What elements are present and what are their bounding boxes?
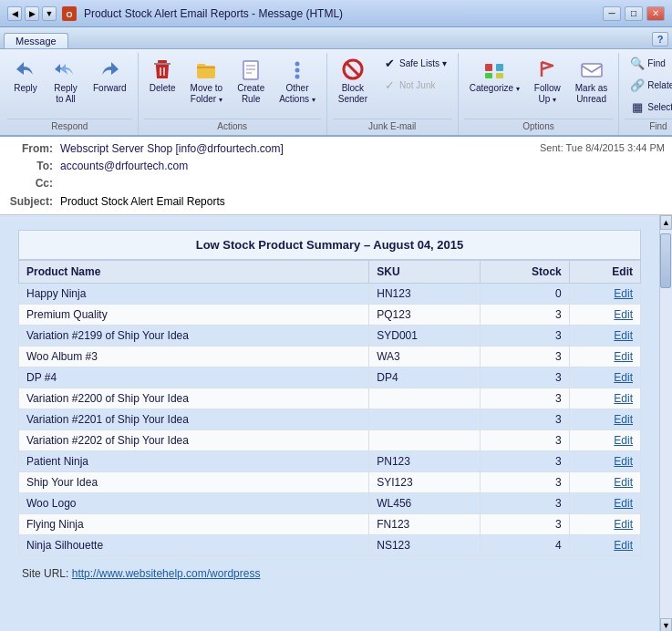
categorize-button[interactable]: Categorize ▾ [464,53,525,98]
edit-link[interactable]: Edit [614,413,633,426]
table-row: Variation #2199 of Ship Your Idea SYD001… [19,325,641,346]
cell-edit[interactable]: Edit [569,346,640,367]
window-forward-btn[interactable]: ▶ [25,6,39,21]
reply-all-button[interactable]: Replyto All [47,53,84,109]
reply-button[interactable]: Reply [7,53,44,98]
scrollbar[interactable]: ▲ ▼ [659,215,672,631]
forward-icon [97,57,122,82]
scrollbar-thumb[interactable] [660,233,671,288]
maximize-btn[interactable]: □ [625,6,643,21]
cell-product: Flying Ninja [19,513,369,534]
minimize-btn[interactable]: ─ [603,6,621,21]
svg-rect-17 [485,73,492,78]
delete-icon [150,57,175,82]
respond-label: Respond [7,119,132,131]
edit-link[interactable]: Edit [614,476,633,489]
cell-stock: 3 [480,325,569,346]
reply-label: Reply [14,83,37,94]
svg-point-10 [295,62,299,67]
cell-product: Variation #2202 of Ship Your Idea [19,429,369,450]
find-button[interactable]: 🔍 Find [625,53,672,73]
reply-icon [13,57,38,82]
cell-edit[interactable]: Edit [569,492,640,513]
col-header-edit: Edit [569,260,640,283]
cell-product: Woo Logo [19,492,369,513]
cell-edit[interactable]: Edit [569,429,640,450]
related-button[interactable]: 🔗 Related ▾ [625,75,672,95]
cell-sku: PN123 [369,450,481,471]
sent-value: Sent: Tue 8/4/2015 3:44 PM [540,140,665,158]
cell-edit[interactable]: Edit [569,513,640,534]
cell-stock: 3 [480,450,569,471]
safe-lists-button[interactable]: ✔ Safe Lists ▾ [377,53,452,73]
close-btn[interactable]: ✕ [646,6,665,21]
cell-edit[interactable]: Edit [569,283,640,304]
edit-link[interactable]: Edit [614,392,633,405]
edit-link[interactable]: Edit [614,287,633,300]
edit-link[interactable]: Edit [614,434,633,447]
to-row: To: accounts@drfourtech.com [7,158,665,175]
edit-link[interactable]: Edit [614,497,633,510]
cell-edit[interactable]: Edit [569,325,640,346]
sent-date: Tue 8/4/2015 3:44 PM [566,142,665,153]
window-dropdown-btn[interactable]: ▼ [42,6,57,21]
follow-up-button[interactable]: FollowUp ▾ [529,53,566,109]
not-junk-icon: ✓ [382,78,397,92]
cell-edit[interactable]: Edit [569,304,640,325]
mark-as-unread-button[interactable]: Mark asUnread [570,53,614,109]
cell-product: Variation #2200 of Ship Your Idea [19,388,369,409]
delete-button[interactable]: Delete [144,53,181,98]
tab-message[interactable]: Message [4,33,68,48]
table-title: Low Stock Product Summary – August 04, 2… [18,230,641,260]
scrollbar-up-btn[interactable]: ▲ [660,215,672,230]
scrollbar-track[interactable] [660,230,672,618]
cell-sku: PQ123 [369,304,481,325]
edit-link[interactable]: Edit [614,539,633,552]
forward-button[interactable]: Forward [88,53,132,98]
block-sender-button[interactable]: BlockSender [333,53,373,109]
table-row: Happy Ninja HN123 0 Edit [19,283,641,304]
block-sender-icon [340,57,366,82]
table-row: Ship Your Idea SYI123 3 Edit [19,471,641,492]
cell-sku: WL456 [369,492,481,513]
cell-product: Premium Quality [19,304,369,325]
select-label: Select ▾ [647,102,672,112]
edit-link[interactable]: Edit [614,308,633,321]
select-button[interactable]: ▦ Select ▾ [625,97,672,117]
edit-link[interactable]: Edit [614,329,633,342]
cell-product: DP #4 [19,367,369,388]
content-wrapper: Low Stock Product Summary – August 04, 2… [0,215,672,631]
reply-all-label: Replyto All [54,83,78,105]
cell-sku: WA3 [369,346,481,367]
cell-stock: 4 [480,534,569,555]
help-button[interactable]: ? [652,32,668,47]
edit-link[interactable]: Edit [614,455,633,468]
svg-rect-6 [243,61,258,79]
table-row: Variation #2201 of Ship Your Idea 3 Edit [19,409,641,429]
site-url-link[interactable]: http://www.websitehelp.com/wordpress [72,567,261,580]
subject-label: Subject: [7,193,53,211]
edit-link[interactable]: Edit [614,518,633,531]
email-header: From: Webscript Server Shop [info@drfour… [0,137,672,215]
cell-edit[interactable]: Edit [569,409,640,429]
edit-link[interactable]: Edit [614,350,633,363]
find-group: 🔍 Find 🔗 Related ▾ ▦ Select ▾ Find [621,53,672,135]
move-to-folder-button[interactable]: Move toFolder ▾ [185,53,229,109]
safe-lists-icon: ✔ [382,56,397,70]
from-value: Webscript Server Shop [info@drfourtech.c… [60,140,532,158]
not-junk-button[interactable]: ✓ Not Junk [377,75,452,95]
cell-edit[interactable]: Edit [569,450,640,471]
scrollbar-down-btn[interactable]: ▼ [660,618,672,631]
other-actions-button[interactable]: OtherActions ▾ [274,53,321,109]
window-back-btn[interactable]: ◀ [7,6,22,21]
svg-rect-2 [158,60,167,63]
create-rule-button[interactable]: CreateRule [232,53,270,109]
edit-link[interactable]: Edit [614,371,633,384]
cell-stock: 3 [480,513,569,534]
cell-edit[interactable]: Edit [569,367,640,388]
cell-edit[interactable]: Edit [569,534,640,555]
svg-rect-3 [154,63,171,65]
cell-edit[interactable]: Edit [569,471,640,492]
cell-sku: HN123 [369,283,481,304]
cell-edit[interactable]: Edit [569,388,640,409]
